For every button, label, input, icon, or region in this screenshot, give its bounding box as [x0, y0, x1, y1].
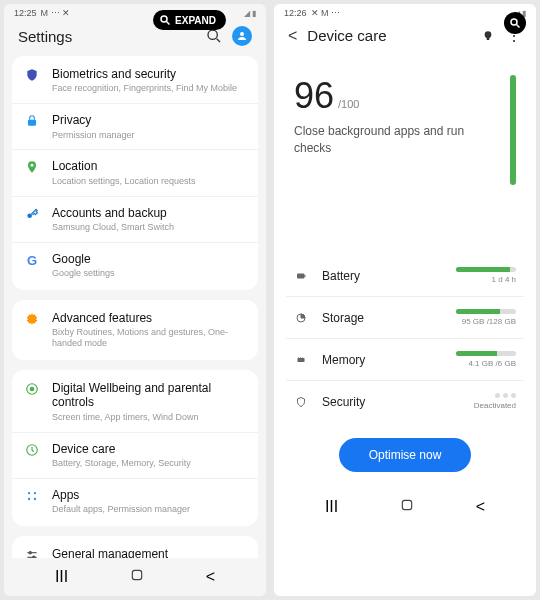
- status-dots: [495, 393, 516, 398]
- settings-item[interactable]: Biometrics and security Face recognition…: [12, 58, 258, 104]
- item-title: Advanced features: [52, 311, 246, 325]
- home-button[interactable]: [400, 498, 414, 516]
- item-title: Google: [52, 252, 246, 266]
- gear-icon: [24, 312, 40, 326]
- item-title: Location: [52, 159, 246, 173]
- svg-line-22: [517, 25, 520, 28]
- item-title: General management: [52, 547, 246, 558]
- settings-group: Digital Wellbeing and parental controls …: [12, 370, 258, 526]
- settings-item[interactable]: Apps Default apps, Permission manager: [12, 479, 258, 524]
- settings-item[interactable]: Privacy Permission manager: [12, 104, 258, 150]
- item-title: Biometrics and security: [52, 67, 246, 81]
- expand-button[interactable]: EXPAND: [153, 10, 226, 30]
- care-item[interactable]: Memory 4.1 GB /6 GB: [286, 339, 524, 381]
- item-subtitle: Battery, Storage, Memory, Security: [52, 458, 246, 469]
- home-button[interactable]: [130, 568, 144, 586]
- settings-item[interactable]: Accounts and backup Samsung Cloud, Smart…: [12, 197, 258, 243]
- lock-icon: [24, 114, 40, 128]
- profile-icon[interactable]: [232, 26, 252, 46]
- svg-rect-28: [298, 358, 305, 362]
- item-title: Device care: [52, 442, 246, 456]
- item-subtitle: Permission manager: [52, 130, 246, 141]
- care-value: 95 GB /128 GB: [462, 317, 516, 326]
- status-bar: 12:26 ✕ M ⋯ ◢ ▮: [274, 4, 536, 20]
- settings-item[interactable]: Device care Battery, Storage, Memory, Se…: [12, 433, 258, 479]
- nav-bar: III <: [274, 488, 536, 526]
- back-icon[interactable]: <: [288, 27, 297, 45]
- item-title: Privacy: [52, 113, 246, 127]
- item-subtitle: Default apps, Permission manager: [52, 504, 246, 515]
- settings-item[interactable]: G Google Google settings: [12, 243, 258, 288]
- svg-rect-5: [28, 120, 36, 126]
- svg-point-12: [28, 492, 30, 494]
- settings-item[interactable]: Location Location settings, Location req…: [12, 150, 258, 196]
- header: Settings: [4, 20, 266, 56]
- page-title: Device care: [307, 27, 386, 44]
- tips-icon[interactable]: [480, 28, 496, 44]
- care-value: Deactivated: [474, 401, 516, 410]
- sliders-icon: [24, 548, 40, 558]
- settings-item[interactable]: General management Language and input, D…: [12, 538, 258, 558]
- svg-point-18: [29, 551, 31, 553]
- search-icon[interactable]: [206, 28, 222, 44]
- settings-group: Advanced features Bixby Routines, Motion…: [12, 300, 258, 360]
- item-subtitle: Bixby Routines, Motions and gestures, On…: [52, 327, 246, 349]
- zoom-button[interactable]: [504, 12, 526, 34]
- pin-icon: [24, 160, 40, 174]
- nav-bar: III <: [4, 558, 266, 596]
- security-icon: [294, 396, 308, 408]
- svg-point-15: [34, 497, 36, 499]
- svg-point-6: [31, 164, 34, 167]
- battery-icon: [294, 270, 308, 282]
- care-item[interactable]: Security Deactivated: [286, 381, 524, 422]
- svg-point-23: [485, 31, 492, 38]
- svg-rect-24: [487, 38, 490, 40]
- item-subtitle: Samsung Cloud, Smart Switch: [52, 222, 246, 233]
- settings-item[interactable]: Advanced features Bixby Routines, Motion…: [12, 302, 258, 358]
- settings-item[interactable]: Digital Wellbeing and parental controls …: [12, 372, 258, 433]
- item-title: Digital Wellbeing and parental controls: [52, 381, 246, 410]
- score-message: Close background apps and run checks: [294, 123, 496, 157]
- page-title: Settings: [18, 28, 72, 45]
- back-button[interactable]: <: [206, 568, 215, 586]
- recents-button[interactable]: III: [55, 568, 68, 586]
- usage-bar: [456, 351, 516, 356]
- svg-point-0: [161, 16, 167, 22]
- item-subtitle: Face recognition, Fingerprints, Find My …: [52, 83, 246, 94]
- optimise-button[interactable]: Optimise now: [339, 438, 472, 472]
- care-value: 4.1 GB /6 GB: [468, 359, 516, 368]
- svg-line-1: [167, 22, 170, 25]
- status-right-icons: ◢ ▮: [244, 9, 256, 18]
- magnifier-icon: [159, 14, 171, 26]
- care-item[interactable]: Battery 1 d 4 h: [286, 255, 524, 297]
- shield-icon: [24, 68, 40, 82]
- care-item[interactable]: Storage 95 GB /128 GB: [286, 297, 524, 339]
- care-icon: [24, 443, 40, 457]
- item-subtitle: Screen time, App timers, Wind Down: [52, 412, 246, 423]
- score-value: 96: [294, 75, 334, 116]
- settings-list[interactable]: Biometrics and security Face recognition…: [4, 56, 266, 558]
- score-max: /100: [338, 98, 359, 110]
- score-bar: [510, 75, 516, 185]
- care-label: Battery: [322, 269, 442, 283]
- storage-icon: [294, 312, 308, 324]
- item-title: Apps: [52, 488, 246, 502]
- svg-rect-20: [132, 570, 141, 579]
- recents-button[interactable]: III: [325, 498, 338, 516]
- svg-rect-25: [297, 273, 305, 278]
- svg-point-13: [34, 492, 36, 494]
- care-value: 1 d 4 h: [492, 275, 516, 284]
- usage-bar: [456, 309, 516, 314]
- svg-point-14: [28, 497, 30, 499]
- apps-icon: [24, 489, 40, 503]
- svg-rect-32: [402, 500, 411, 509]
- status-bar: 12:25 M ⋯ ✕ ◢ ▮: [4, 4, 266, 20]
- key-icon: [24, 207, 40, 221]
- svg-point-10: [30, 387, 34, 391]
- item-title: Accounts and backup: [52, 206, 246, 220]
- back-button[interactable]: <: [476, 498, 485, 516]
- svg-point-2: [208, 30, 217, 39]
- memory-icon: [294, 354, 308, 366]
- svg-point-4: [240, 32, 244, 36]
- care-label: Storage: [322, 311, 442, 325]
